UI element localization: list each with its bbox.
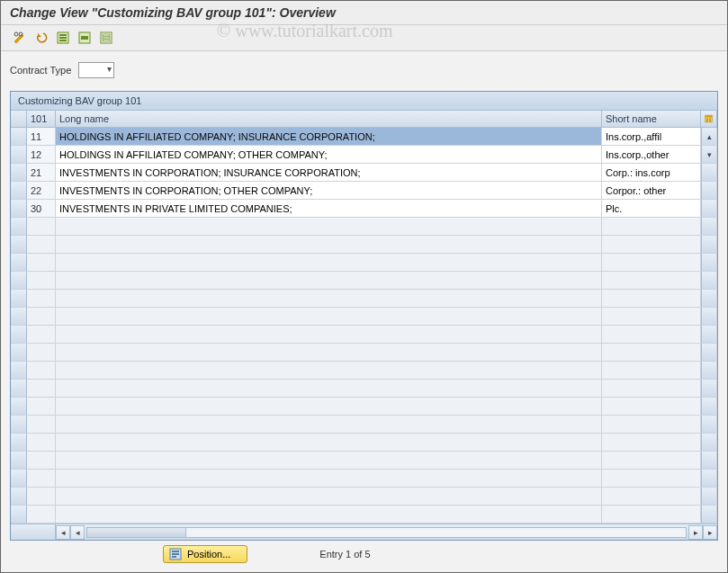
- cell-id[interactable]: [27, 326, 56, 344]
- cell-id[interactable]: 12: [27, 146, 56, 164]
- cell-id[interactable]: 11: [27, 128, 56, 146]
- vscroll-track[interactable]: [701, 290, 717, 308]
- hscroll-track[interactable]: [86, 527, 687, 538]
- vscroll-track[interactable]: [701, 326, 717, 344]
- cell-short-name[interactable]: [602, 470, 701, 488]
- cell-short-name[interactable]: [602, 236, 701, 254]
- vscroll-track[interactable]: [701, 380, 717, 398]
- row-selector[interactable]: [11, 506, 27, 524]
- cell-id[interactable]: [27, 272, 56, 290]
- vscroll-track[interactable]: [701, 164, 717, 182]
- cell-long-name[interactable]: [56, 344, 602, 362]
- cell-id[interactable]: [27, 470, 56, 488]
- vscroll-track[interactable]: [701, 434, 717, 452]
- vscroll-track[interactable]: [701, 470, 717, 488]
- cell-short-name[interactable]: [602, 218, 701, 236]
- cell-short-name[interactable]: [602, 380, 701, 398]
- cell-long-name[interactable]: [56, 326, 602, 344]
- row-selector[interactable]: [11, 434, 27, 452]
- vscroll-track[interactable]: [701, 344, 717, 362]
- cell-long-name[interactable]: INVESTMENTS IN CORPORATION; INSURANCE CO…: [56, 164, 602, 182]
- cell-long-name[interactable]: [56, 254, 602, 272]
- row-selector[interactable]: [11, 308, 27, 326]
- vscroll-track[interactable]: [701, 236, 717, 254]
- vscroll-track[interactable]: [701, 308, 717, 326]
- cell-short-name[interactable]: [602, 488, 701, 506]
- cell-id[interactable]: 30: [27, 200, 56, 218]
- row-selector[interactable]: [11, 218, 27, 236]
- vscroll-track[interactable]: [701, 254, 717, 272]
- cell-long-name[interactable]: [56, 434, 602, 452]
- cell-short-name[interactable]: [602, 344, 701, 362]
- row-selector[interactable]: [11, 290, 27, 308]
- vscroll-track[interactable]: [701, 452, 717, 470]
- cell-id[interactable]: [27, 308, 56, 326]
- cell-long-name[interactable]: INVESTMENTS IN PRIVATE LIMITED COMPANIES…: [56, 200, 602, 218]
- cell-long-name[interactable]: [56, 218, 602, 236]
- position-button[interactable]: Position...: [163, 545, 247, 563]
- cell-long-name[interactable]: [56, 416, 602, 434]
- cell-long-name[interactable]: [56, 506, 602, 524]
- cell-id[interactable]: [27, 254, 56, 272]
- cell-short-name[interactable]: [602, 362, 701, 380]
- row-selector[interactable]: [11, 128, 27, 146]
- toggle-display-change-button[interactable]: [10, 29, 30, 47]
- row-selector[interactable]: [11, 200, 27, 218]
- cell-id[interactable]: 22: [27, 182, 56, 200]
- cell-long-name[interactable]: INVESTMENTS IN CORPORATION; OTHER COMPAN…: [56, 182, 602, 200]
- cell-id[interactable]: [27, 218, 56, 236]
- cell-long-name[interactable]: [56, 470, 602, 488]
- row-selector[interactable]: [11, 326, 27, 344]
- vscroll-track[interactable]: [701, 416, 717, 434]
- cell-long-name[interactable]: [56, 272, 602, 290]
- table-settings-button[interactable]: [701, 111, 717, 128]
- vscroll-track[interactable]: [701, 200, 717, 218]
- cell-long-name[interactable]: HOLDINGS IN AFFILIATED COMPANY; INSURANC…: [56, 128, 602, 146]
- vscroll-track[interactable]: [701, 182, 717, 200]
- row-selector[interactable]: [11, 344, 27, 362]
- row-selector[interactable]: [11, 164, 27, 182]
- cell-id[interactable]: [27, 362, 56, 380]
- cell-long-name[interactable]: [56, 452, 602, 470]
- select-all-button[interactable]: [53, 29, 73, 47]
- cell-id[interactable]: [27, 434, 56, 452]
- select-block-button[interactable]: [75, 29, 94, 47]
- vscroll-track[interactable]: [701, 362, 717, 380]
- cell-id[interactable]: [27, 416, 56, 434]
- cell-id[interactable]: [27, 506, 56, 524]
- cell-short-name[interactable]: [602, 452, 701, 470]
- cell-id[interactable]: [27, 488, 56, 506]
- row-selector[interactable]: [11, 488, 27, 506]
- row-selector[interactable]: [11, 272, 27, 290]
- row-selector[interactable]: [11, 236, 27, 254]
- contract-type-dropdown[interactable]: [78, 62, 114, 78]
- cell-short-name[interactable]: [602, 416, 701, 434]
- cell-short-name[interactable]: Plc.: [602, 200, 701, 218]
- cell-id[interactable]: [27, 236, 56, 254]
- cell-id[interactable]: [27, 344, 56, 362]
- vscroll-track[interactable]: [701, 272, 717, 290]
- cell-long-name[interactable]: [56, 308, 602, 326]
- hscroll-right-button[interactable]: ▸: [688, 525, 703, 540]
- cell-long-name[interactable]: [56, 488, 602, 506]
- col-shortname-header[interactable]: Short name: [602, 111, 701, 128]
- vscroll-track[interactable]: [701, 398, 717, 416]
- cell-long-name[interactable]: HOLDINGS IN AFFILIATED COMPANY; OTHER CO…: [56, 146, 602, 164]
- hscroll-first-button[interactable]: ◂: [56, 525, 70, 540]
- vscroll-up-button[interactable]: ▴: [701, 128, 717, 146]
- cell-long-name[interactable]: [56, 362, 602, 380]
- row-selector[interactable]: [11, 380, 27, 398]
- row-selector[interactable]: [11, 398, 27, 416]
- cell-short-name[interactable]: [602, 506, 701, 524]
- hscroll-thumb[interactable]: [87, 528, 186, 537]
- cell-short-name[interactable]: [602, 254, 701, 272]
- cell-long-name[interactable]: [56, 236, 602, 254]
- row-selector[interactable]: [11, 470, 27, 488]
- cell-short-name[interactable]: Ins.corp.,affil: [602, 128, 701, 146]
- cell-short-name[interactable]: Ins.corp.,other: [602, 146, 701, 164]
- cell-long-name[interactable]: [56, 290, 602, 308]
- cell-short-name[interactable]: Corpor.: other: [602, 182, 701, 200]
- cell-id[interactable]: [27, 398, 56, 416]
- cell-short-name[interactable]: [602, 308, 701, 326]
- cell-id[interactable]: 21: [27, 164, 56, 182]
